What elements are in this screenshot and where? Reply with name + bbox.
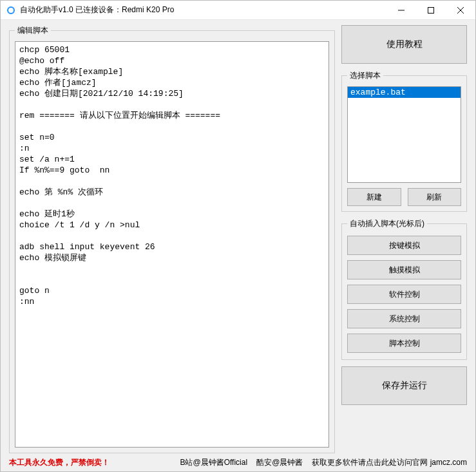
- app-window: 自动化助手v1.0 已连接设备：Redmi K20 Pro 编辑脚本 使用教程 …: [0, 0, 476, 472]
- editor-legend: 编辑脚本: [15, 25, 51, 36]
- minimize-button[interactable]: [386, 1, 416, 20]
- auto-insert-group: 自动插入脚本(光标后) 按键模拟 触摸模拟 软件控制 系统控制 脚本控制: [341, 218, 467, 360]
- system-ctrl-button[interactable]: 系统控制: [347, 309, 461, 328]
- app-icon: [6, 5, 16, 15]
- left-column: 编辑脚本: [9, 25, 335, 453]
- website-link[interactable]: 获取更多软件请点击此处访问官网 jamcz.com: [312, 457, 467, 468]
- list-item[interactable]: example.bat: [348, 87, 461, 98]
- auto-insert-legend: 自动插入脚本(光标后): [347, 218, 427, 229]
- svg-point-0: [8, 7, 14, 14]
- svg-rect-2: [428, 7, 434, 13]
- select-script-group: 选择脚本 example.bat 新建 刷新: [341, 70, 467, 212]
- tutorial-button[interactable]: 使用教程: [341, 25, 467, 64]
- window-controls: [386, 1, 475, 20]
- script-listbox[interactable]: example.bat: [347, 86, 461, 183]
- refresh-button[interactable]: 刷新: [408, 188, 462, 206]
- script-buttons-row: 新建 刷新: [347, 188, 461, 206]
- right-column: 使用教程 选择脚本 example.bat 新建 刷新 自动插入脚本(光标后) …: [341, 25, 467, 453]
- close-button[interactable]: [446, 1, 475, 20]
- window-title: 自动化助手v1.0 已连接设备：Redmi K20 Pro: [20, 5, 386, 15]
- new-button[interactable]: 新建: [347, 188, 401, 206]
- software-ctrl-button[interactable]: 软件控制: [347, 285, 461, 304]
- editor-group: 编辑脚本: [9, 25, 335, 453]
- main-content: 编辑脚本 使用教程 选择脚本 example.bat 新建 刷新 自动插入脚本(…: [1, 20, 475, 456]
- script-ctrl-button[interactable]: 脚本控制: [347, 334, 461, 353]
- bilibili-link[interactable]: B站@晨钟酱Official: [180, 457, 247, 468]
- save-run-button[interactable]: 保存并运行: [341, 366, 467, 405]
- script-editor[interactable]: [15, 41, 329, 448]
- footer: 本工具永久免费，严禁倒卖！ B站@晨钟酱Official 酷安@晨钟酱 获取更多…: [1, 456, 475, 471]
- select-script-legend: 选择脚本: [347, 70, 383, 81]
- coolapk-link[interactable]: 酷安@晨钟酱: [256, 457, 303, 468]
- key-sim-button[interactable]: 按键模拟: [347, 236, 461, 255]
- footer-warning: 本工具永久免费，严禁倒卖！: [9, 457, 109, 468]
- titlebar: 自动化助手v1.0 已连接设备：Redmi K20 Pro: [1, 1, 475, 20]
- maximize-button[interactable]: [416, 1, 446, 20]
- touch-sim-button[interactable]: 触摸模拟: [347, 260, 461, 279]
